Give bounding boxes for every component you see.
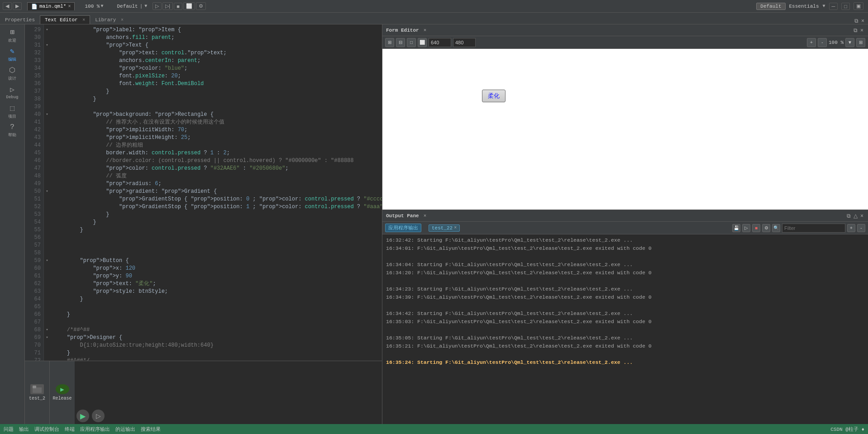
output-max-btn[interactable]: △ [853, 213, 858, 219]
status-csdn: CSDN @柱子 ♦ [830, 426, 864, 433]
file-tab-main-qml[interactable]: 📄 main.qml* × [27, 2, 75, 10]
output-content[interactable]: 16:32:42: Starting F:\Git_aliyun\testPro… [382, 234, 868, 424]
release-item[interactable]: ▶ Release [50, 361, 75, 424]
output-stop-btn[interactable]: ■ [752, 224, 760, 232]
output-filter-btn[interactable]: 🔍 [772, 224, 780, 232]
output-float-btn[interactable]: ⧉ [846, 213, 852, 219]
output-toolbar: 应用程序输出 test_22 × 💾 ▷ ■ ⚙ 🔍 + - [382, 222, 868, 234]
output-tab-label: 应用程序输出 [388, 224, 418, 231]
form-height-input[interactable] [453, 38, 476, 47]
toolbar-debug-btn[interactable]: ▷| [162, 2, 173, 10]
fe-toolbar-btn3[interactable]: □ [407, 38, 416, 47]
kit-right-label: Default [756, 3, 785, 10]
sidebar-item-edit[interactable]: ✎ 编辑 [2, 45, 23, 63]
code-lines[interactable]: "prop">label: "prop">Item { anchors.fill… [50, 24, 382, 361]
status-item-debug-console[interactable]: 调试控制台 [34, 426, 59, 433]
pane-close-btn[interactable]: × [860, 18, 865, 24]
form-editor-pane-close-btn[interactable]: × [859, 27, 864, 33]
tab-text-editor-close[interactable]: × [82, 18, 85, 23]
window-max-btn[interactable]: □ [841, 3, 850, 10]
code-content[interactable]: 2930313233343536373839404142434445464748… [25, 24, 382, 361]
sidebar-item-help[interactable]: ? 帮助 [2, 121, 23, 139]
toolbar-stop-btn[interactable]: ■ [174, 3, 182, 10]
filter-input[interactable] [782, 224, 845, 233]
form-button-preview[interactable]: 柔化 [482, 90, 506, 102]
sidebar-item-welcome[interactable]: ⊞ 欢迎 [2, 26, 23, 44]
output-minus-btn[interactable]: - [857, 224, 865, 232]
kit-separator: | [140, 4, 143, 9]
edit-icon: ✎ [10, 47, 14, 56]
form-editor-close-btn[interactable]: × [424, 28, 427, 33]
tab-library-close[interactable]: × [121, 18, 124, 23]
output-pane-title: Output Pane [386, 213, 419, 219]
sidebar: ⊞ 欢迎 ✎ 编辑 ⬡ 设计 ▷ Debug ⬚ 项目 ? 帮助 [0, 24, 25, 424]
essentials-arrow[interactable]: ▼ [823, 4, 825, 9]
code-editor[interactable]: 2930313233343536373839404142434445464748… [25, 24, 382, 361]
window-restore-btn[interactable]: ▣ [854, 2, 863, 10]
form-editor-panel-controls: ⧉ × [853, 27, 864, 33]
nav-forward-btn[interactable]: ▶ [13, 2, 22, 10]
toolbar-kit-btn[interactable]: ⚙ [196, 2, 206, 10]
status-item-terminal[interactable]: 终端 [65, 426, 75, 433]
file-tab-close[interactable]: × [68, 4, 71, 9]
output-pane-close-btn[interactable]: × [424, 213, 427, 219]
form-editor-area: Form Editor × ⧉ × ⊞ ⊟ □ ⬜ + - 100 % [382, 24, 868, 210]
zoom-in-btn[interactable]: + [807, 38, 816, 47]
fe-toolbar-btn4[interactable]: ⬜ [418, 38, 427, 47]
status-item-app-output[interactable]: 应用程序输出 [80, 426, 110, 433]
zoom-out-btn[interactable]: - [818, 38, 827, 47]
run-btn[interactable]: ▶ [76, 410, 89, 422]
status-item-transport[interactable]: 的运输出 [115, 426, 135, 433]
status-item-output[interactable]: 输出 [19, 426, 29, 433]
status-item-problems[interactable]: 问题 [4, 426, 14, 433]
output-pane-close-btn2[interactable]: × [859, 213, 864, 219]
zoom-arrow[interactable]: ▼ [100, 4, 103, 9]
project-tree-test2[interactable]: test_2 [25, 361, 50, 424]
output-header: Output Pane × ⧉ △ × [382, 210, 868, 222]
output-tab-app[interactable]: 应用程序输出 [385, 224, 421, 232]
fe-toolbar-btn2[interactable]: ⊟ [396, 38, 405, 47]
kit-default-label: Default [117, 4, 138, 9]
output-save-btn[interactable]: 💾 [732, 224, 740, 232]
pane-float-btn[interactable]: ⧉ [854, 18, 859, 24]
file-tab-label: main.qml* [39, 4, 66, 9]
debug-run-btn[interactable]: ▷ [92, 410, 105, 422]
form-width-input[interactable] [429, 38, 451, 47]
fe-toolbar-btn1[interactable]: ⊞ [385, 38, 394, 47]
form-canvas[interactable]: 柔化 [382, 49, 868, 210]
tab-text-editor[interactable]: Text Editor × [40, 15, 90, 24]
welcome-icon: ⊞ [10, 28, 14, 37]
project-name-label: test_2 [29, 396, 45, 401]
kit-arrow[interactable]: ▼ [144, 4, 147, 9]
bottom-left-panel: test_2 ▶ Release ▶ ▷ [25, 361, 382, 424]
zoom-arrow-btn[interactable]: ▼ [845, 38, 854, 47]
output-tab-test22-close[interactable]: × [454, 225, 457, 230]
status-item-search[interactable]: 搜索结果 [141, 426, 161, 433]
main-area: ⊞ 欢迎 ✎ 编辑 ⬡ 设计 ▷ Debug ⬚ 项目 ? 帮助 2930313… [0, 24, 868, 424]
nav-back-btn[interactable]: ◀ [3, 2, 12, 10]
fit-screen-btn[interactable]: ⊞ [856, 38, 865, 47]
zoom-percent-label: 100 % [829, 40, 844, 45]
toolbar-build-btn[interactable]: ⬜ [183, 2, 195, 10]
projects-icon: ⬚ [10, 104, 14, 113]
output-run-btn[interactable]: ▷ [742, 224, 750, 232]
form-editor-toolbar: ⊞ ⊟ □ ⬜ + - 100 % ▼ ⊞ [382, 36, 868, 49]
sidebar-item-debug[interactable]: ▷ Debug [2, 83, 23, 101]
run-release-btn[interactable]: ▶ [56, 384, 69, 394]
form-editor-float-btn[interactable]: ⧉ [853, 27, 858, 33]
toolbar-run-btn[interactable]: ▷ [153, 2, 162, 10]
sidebar-item-design[interactable]: ⬡ 设计 [2, 64, 23, 82]
top-bar: ◀ ▶ 📄 main.qml* × 100 % ▼ Default | ▼ ▷ … [0, 0, 868, 13]
window-min-btn[interactable]: ─ [829, 3, 838, 10]
form-editor-title: Form Editor [386, 28, 419, 33]
tab-properties[interactable]: Properties [0, 15, 40, 24]
output-add-btn[interactable]: + [847, 224, 855, 232]
output-tab-test22[interactable]: test_22 × [429, 224, 460, 232]
release-label: Release [52, 396, 72, 401]
output-build-btn[interactable]: ⚙ [762, 224, 770, 232]
output-pane: Output Pane × ⧉ △ × 应用程序输出 test_22 × [382, 210, 868, 424]
tab-library[interactable]: Library × [90, 15, 129, 24]
sidebar-item-projects[interactable]: ⬚ 项目 [2, 102, 23, 120]
form-zoom-display: + - 100 % ▼ ⊞ [807, 38, 865, 47]
editor-tabs-row: Properties Text Editor × Library × ⧉ × [0, 13, 868, 24]
